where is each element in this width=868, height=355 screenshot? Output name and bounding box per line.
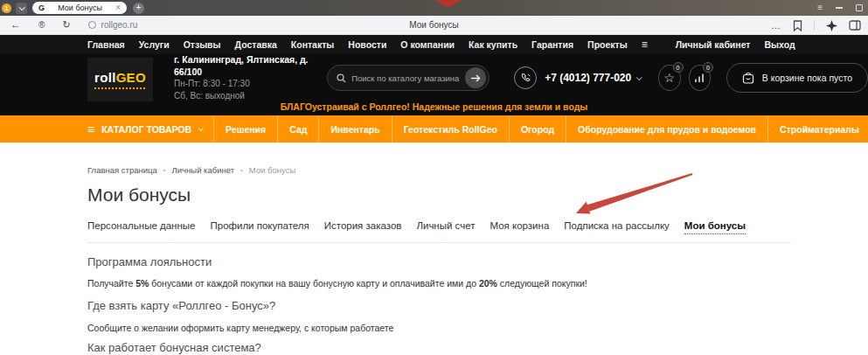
catalog-item-stroymaterialy[interactable]: Стройматериалы [768, 115, 868, 143]
breadcrumb-separator: • [240, 166, 243, 174]
nav-item-kontakty[interactable]: Контакты [291, 39, 335, 50]
where-to-get-card-heading: Где взять карту «Роллгео - Бонус»? [87, 299, 791, 312]
favorites-count-badge: 0 [673, 62, 684, 73]
breadcrumb-home[interactable]: Главная страница [87, 165, 157, 175]
tab-count-badge[interactable]: 1 [2, 3, 11, 13]
star-icon: ☆ [664, 72, 676, 84]
tab-buyer-profiles[interactable]: Профили покупателя [210, 220, 309, 234]
tab-order-history[interactable]: История заказов [324, 220, 402, 234]
nav-item-dostavka[interactable]: Доставка [235, 39, 277, 50]
cart-button[interactable]: В корзине пока пусто [726, 63, 868, 93]
site-header: rollGEO г. Калининград, Ялтинская, д. 66… [0, 54, 868, 115]
restore-window-icon[interactable] [856, 4, 863, 11]
chevron-down-icon [19, 4, 25, 10]
tab-list-dropdown-button[interactable] [16, 3, 27, 14]
red-marker-triangle [435, 0, 462, 8]
browser-toolbar: ← ® ↻ rollgeo.ru Мои бонусы … [0, 16, 868, 35]
promo-banner: БЛАГОустраивай с Роллгео! Надежные решен… [0, 101, 868, 115]
loyalty-program-text: Получайте 5% бонусами от каждой покупки … [87, 278, 791, 289]
catalog-search[interactable] [327, 65, 490, 91]
logo-roll-text: roll [94, 70, 116, 85]
phone-icon [514, 66, 537, 89]
bookmark-icon[interactable] [793, 20, 802, 31]
catalog-item-inventar[interactable]: Инвентарь [319, 115, 392, 143]
nav-item-glavnaya[interactable]: Главная [87, 39, 125, 50]
url-text: rollgeo.ru [101, 20, 138, 30]
site-badge-icon[interactable] [88, 21, 96, 29]
nav-item-otzyvy[interactable]: Отзывы [184, 39, 221, 50]
tab-personal-account[interactable]: Личный счет [416, 220, 475, 234]
page-content: Главная страница • Личный кабинет • Мои … [0, 165, 868, 355]
browser-menu-icon[interactable]: ≡ [817, 3, 823, 12]
reload-icon[interactable]: ↻ [62, 20, 70, 30]
favorites-button[interactable]: ☆ 0 [658, 65, 680, 91]
minimize-window-icon[interactable] [836, 7, 843, 9]
tab-my-bonuses[interactable]: Мои бонусы [684, 220, 746, 234]
phone-block[interactable]: +7 (4012) 777-020 [514, 66, 641, 89]
breadcrumb-account[interactable]: Личный кабинет [172, 165, 234, 175]
account-tabs: Персональные данные Профили покупателя И… [87, 220, 791, 234]
compare-bars-icon [694, 73, 705, 83]
catalog-item-oborudovanie[interactable]: Оборудование для прудов и водоемов [566, 115, 768, 143]
phone-chevron-down-icon [636, 74, 642, 80]
catalog-menu-label: КАТАЛОГ ТОВАРОВ [101, 124, 191, 135]
search-submit-button[interactable] [465, 67, 486, 88]
more-options-icon[interactable]: … [771, 21, 781, 31]
personal-account-link[interactable]: Личный кабинет [676, 39, 751, 50]
breadcrumb-current: Мои бонусы [249, 165, 295, 175]
loyalty-program-heading: Программа лояльности [87, 255, 791, 268]
side-panel-icon[interactable] [849, 20, 861, 31]
page-title: Мои бонусы [87, 184, 791, 205]
nav-item-proekty[interactable]: Проекты [587, 39, 628, 50]
cart-bag-icon [742, 72, 754, 84]
back-icon[interactable]: ← [10, 20, 21, 30]
catalog-item-sad[interactable]: Сад [278, 115, 319, 143]
logo-geo-text: GEO [116, 70, 146, 85]
toolbar-divider [814, 20, 815, 31]
tab-title: Мои бонусы [50, 3, 110, 12]
compare-count-badge: 0 [703, 62, 713, 73]
site-logo[interactable]: rollGEO [87, 58, 153, 101]
catalog-item-resheniya[interactable]: Решения [214, 115, 278, 143]
browser-tab-strip: 1 G Мои бонусы × + ≡ [0, 0, 868, 16]
tab-my-cart[interactable]: Моя корзина [490, 220, 550, 234]
window-controls: ≡ [817, 0, 863, 16]
tab-close-icon[interactable]: × [115, 3, 121, 12]
tabs-divider [87, 242, 791, 243]
new-tab-button[interactable]: + [133, 3, 144, 14]
search-input[interactable] [351, 73, 465, 83]
how-it-works-heading: Как работает бонусная система? [87, 341, 791, 354]
search-icon [337, 73, 346, 83]
compare-button[interactable]: 0 [689, 65, 711, 91]
store-hours-weekdays: Пн-Пт: 8:30 - 17:30 [174, 78, 311, 90]
catalog-chevron-down-icon [198, 126, 204, 131]
protect-icon[interactable]: ® [38, 20, 45, 30]
catalog-nav: ≡ КАТАЛОГ ТОВАРОВ Решения Сад Инвентарь … [0, 115, 868, 143]
catalog-item-ogorod[interactable]: Огород [510, 115, 566, 143]
browser-tab[interactable]: G Мои бонусы × [32, 2, 127, 14]
store-address-block: г. Калининград, Ялтинская, д. 66/100 Пн-… [174, 53, 311, 102]
breadcrumb: Главная страница • Личный кабинет • Мои … [87, 165, 791, 175]
browser-window: 1 G Мои бонусы × + ≡ ← ® ↻ rollgeo.ru Мо… [0, 0, 868, 355]
store-hours-weekend: Сб, Вс: выходной [174, 90, 311, 102]
nav-item-o-kompanii[interactable]: О компании [400, 39, 455, 50]
tab-newsletter[interactable]: Подписка на рассылку [564, 220, 670, 234]
tab-favicon-icon: G [38, 3, 45, 12]
address-bar[interactable]: rollgeo.ru [88, 20, 138, 30]
tab-personal-data[interactable]: Персональные данные [87, 220, 195, 234]
catalog-menu-button[interactable]: ≡ КАТАЛОГ ТОВАРОВ [87, 115, 214, 143]
catalog-item-geotekstil[interactable]: Геотекстиль RollGeo [392, 115, 510, 143]
nav-item-uslugi[interactable]: Услуги [139, 39, 170, 50]
logout-link[interactable]: Выход [765, 39, 795, 50]
nav-item-novosti[interactable]: Новости [348, 39, 386, 50]
breadcrumb-separator: • [163, 166, 166, 174]
store-address: г. Калининград, Ялтинская, д. 66/100 [174, 53, 311, 78]
nav-more-hamburger-icon[interactable]: ≡ [642, 38, 648, 51]
top-site-nav: Главная Услуги Отзывы Доставка Контакты … [0, 35, 868, 54]
where-to-get-card-text: Сообщите о желании оформить карту менедж… [87, 323, 791, 333]
assistant-icon[interactable] [826, 20, 837, 31]
nav-item-kak-kupit[interactable]: Как купить [469, 39, 517, 50]
phone-number: +7 (4012) 777-020 [545, 72, 631, 84]
cart-status-label: В корзине пока пусто [762, 73, 852, 83]
nav-item-garantiya[interactable]: Гарантия [531, 39, 573, 50]
